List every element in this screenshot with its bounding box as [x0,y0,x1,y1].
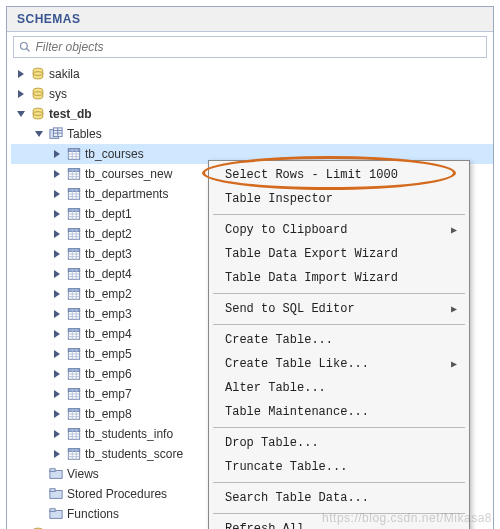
expand-caret[interactable] [51,228,63,240]
node-label: tb_departments [85,187,168,201]
svg-marker-101 [54,390,60,398]
expand-caret[interactable] [51,268,63,280]
table-icon [66,446,82,462]
expand-caret[interactable] [33,128,45,140]
expand-caret[interactable] [51,388,63,400]
node-label: tb_emp2 [85,287,132,301]
expand-caret[interactable] [51,208,63,220]
node-label: tb_students_info [85,427,173,441]
menu-item-table-maintenance-[interactable]: Table Maintenance... [209,400,469,424]
filter-input[interactable] [35,40,482,54]
menu-separator [213,324,465,325]
expand-caret[interactable] [15,88,27,100]
node-label: tb_emp4 [85,327,132,341]
expand-caret[interactable] [51,348,63,360]
table-context-menu: Select Rows - Limit 1000Table InspectorC… [208,160,470,529]
folder-views-icon [48,466,64,482]
table-icon [66,266,82,282]
menu-item-select-rows-limit-1000[interactable]: Select Rows - Limit 1000 [209,163,469,187]
submenu-arrow-icon: ▶ [451,358,457,370]
node-label: tb_dept4 [85,267,132,281]
menu-item-create-table-like-[interactable]: Create Table Like...▶ [209,352,469,376]
node-label: tb_emp3 [85,307,132,321]
node-label: sakila [49,67,80,81]
menu-item-send-to-sql-editor[interactable]: Send to SQL Editor▶ [209,297,469,321]
expand-caret[interactable] [33,468,45,480]
schema-sys[interactable]: sys [11,84,493,104]
expand-caret[interactable] [51,408,63,420]
expand-caret[interactable] [51,288,63,300]
table-icon [66,286,82,302]
svg-rect-134 [50,509,55,512]
svg-marker-17 [54,150,60,158]
menu-separator [213,293,465,294]
svg-marker-8 [17,111,25,117]
folder-tables[interactable]: Tables [11,124,493,144]
table-icon [66,206,82,222]
node-label: Functions [67,507,119,521]
expand-caret[interactable] [51,188,63,200]
expand-caret[interactable] [51,308,63,320]
menu-item-create-table-[interactable]: Create Table... [209,328,469,352]
node-label: tb_students_score [85,447,183,461]
node-label: Stored Procedures [67,487,167,501]
table-icon [66,166,82,182]
menu-item-table-data-import-wizard[interactable]: Table Data Import Wizard [209,266,469,290]
menu-item-drop-table-[interactable]: Drop Table... [209,431,469,455]
menu-item-copy-to-clipboard[interactable]: Copy to Clipboard▶ [209,218,469,242]
node-label: tb_emp7 [85,387,132,401]
menu-item-table-data-export-wizard[interactable]: Table Data Export Wizard [209,242,469,266]
menu-separator [213,214,465,215]
menu-item-alter-table-[interactable]: Alter Table... [209,376,469,400]
filter-row [13,36,487,58]
svg-rect-103 [68,389,79,392]
node-label: tb_emp6 [85,367,132,381]
search-icon [18,40,31,54]
database-icon [30,66,46,82]
svg-rect-124 [68,449,79,452]
node-label: test_db [49,107,92,121]
svg-marker-115 [54,430,60,438]
svg-marker-45 [54,230,60,238]
svg-rect-117 [68,429,79,432]
menu-item-refresh-all[interactable]: Refresh All [209,517,469,529]
svg-rect-19 [68,149,79,152]
node-label: tb_emp5 [85,347,132,361]
menu-item-label: Drop Table... [225,436,319,450]
table-icon [66,326,82,342]
expand-caret[interactable] [51,328,63,340]
svg-rect-26 [68,169,79,172]
menu-item-label: Table Data Import Wizard [225,271,398,285]
svg-marker-94 [54,370,60,378]
menu-item-truncate-table-[interactable]: Truncate Table... [209,455,469,479]
menu-item-label: Create Table Like... [225,357,369,371]
svg-point-0 [20,43,27,50]
node-label: tb_emp8 [85,407,132,421]
menu-item-search-table-data-[interactable]: Search Table Data... [209,486,469,510]
menu-item-label: Alter Table... [225,381,326,395]
expand-caret[interactable] [33,488,45,500]
svg-marker-52 [54,250,60,258]
svg-marker-108 [54,410,60,418]
svg-marker-38 [54,210,60,218]
expand-caret[interactable] [15,108,27,120]
schema-test_db[interactable]: test_db [11,104,493,124]
schema-sakila[interactable]: sakila [11,64,493,84]
table-icon [66,406,82,422]
expand-caret[interactable] [51,148,63,160]
svg-marker-66 [54,290,60,298]
expand-caret[interactable] [15,68,27,80]
expand-caret[interactable] [33,508,45,520]
expand-caret[interactable] [51,168,63,180]
expand-caret[interactable] [51,448,63,460]
menu-item-table-inspector[interactable]: Table Inspector [209,187,469,211]
database-icon [30,106,46,122]
folder-procs-icon [48,486,64,502]
svg-rect-96 [68,369,79,372]
menu-item-label: Create Table... [225,333,333,347]
menu-separator [213,482,465,483]
svg-marker-87 [54,350,60,358]
expand-caret[interactable] [51,368,63,380]
expand-caret[interactable] [51,248,63,260]
expand-caret[interactable] [51,428,63,440]
